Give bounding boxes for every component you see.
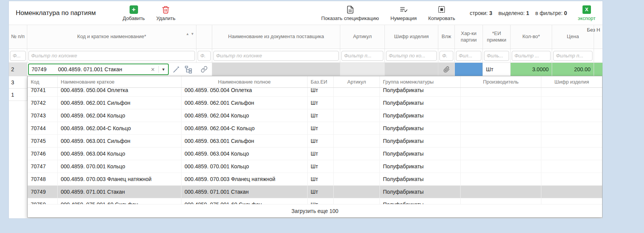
filter-input-supplier-name[interactable] <box>213 51 339 61</box>
wizard-wand-button[interactable] <box>172 65 181 74</box>
row-number-cell[interactable]: 3 <box>9 76 27 88</box>
dd-cell-article <box>334 148 380 160</box>
row-number-cell[interactable]: 2 <box>9 63 27 76</box>
dd-cell-code: 70741 <box>28 88 58 96</box>
filter-input-price[interactable] <box>553 51 592 61</box>
batch-chars-cell[interactable] <box>455 63 483 76</box>
sort-desc-icon[interactable]: ▼ <box>191 32 194 36</box>
dd-cell-full-name: 000.4859. 070.003 Фланец натяжной <box>181 173 308 185</box>
dd-header-base-ei: Баз.ЕИ <box>308 76 334 87</box>
column-header-article[interactable]: Артикул <box>340 25 385 49</box>
ei-cell[interactable]: Шт <box>483 63 511 76</box>
link-cell[interactable] <box>196 63 212 76</box>
row-number-cell[interactable]: 1 <box>9 89 27 101</box>
filter-input-batch-chars[interactable] <box>456 51 481 61</box>
article-cell[interactable] <box>340 63 385 76</box>
filter-input-num[interactable] <box>10 51 26 61</box>
dd-cell-manufacturer <box>461 88 541 96</box>
numbering-button[interactable]: Нумерация <box>391 5 417 21</box>
column-header-batch-chars[interactable]: Хар-ки партии <box>455 25 483 49</box>
dropdown-header-row: Код Наименование краткое Наименование по… <box>28 76 602 88</box>
column-header-ei[interactable]: *ЕИ приемки <box>483 25 511 49</box>
add-button[interactable]: + Добавить <box>123 5 145 21</box>
stat-in-filter-label: в фильтре: <box>535 10 562 16</box>
filter-input-ei[interactable] <box>484 51 509 61</box>
hierarchy-tree-button[interactable] <box>184 65 193 74</box>
sort-arrows[interactable]: ▲ ▼ <box>186 32 194 36</box>
dd-cell-article <box>334 173 380 185</box>
filter-input-qty[interactable] <box>512 51 551 61</box>
dd-cell-base-ei: Шт <box>308 160 334 173</box>
copy-button[interactable]: Копировать <box>428 5 455 21</box>
attachments-cell[interactable] <box>438 63 455 76</box>
dd-cell-manufacturer <box>461 160 541 173</box>
filter-input-product-code[interactable] <box>386 51 437 61</box>
dd-cell-article <box>334 97 380 109</box>
column-header-num[interactable]: № п/п <box>9 25 27 49</box>
stat-rows-label: строки: <box>470 10 488 16</box>
editor-name-value[interactable]: 000.4859. 071.001 Стакан <box>58 66 147 72</box>
document-icon <box>346 5 355 14</box>
delete-button[interactable]: Удалить <box>156 5 176 21</box>
dd-cell-group: Полуфабрикаты <box>380 122 461 134</box>
dd-header-code: Код <box>28 76 58 87</box>
column-header-qty[interactable]: Кол-во* <box>511 25 552 49</box>
dropdown-row[interactable]: 70747 000.4859. 070.001 Кольцо 000.4859.… <box>28 160 602 173</box>
column-header-code-name[interactable]: Код и краткое наименование* ▲ ▼ <box>27 25 196 49</box>
dropdown-row[interactable]: 70750 000.4859. 075.001-60 Сильфон 000.4… <box>28 198 602 204</box>
grid-header-row: Без Н № п/п Код и краткое наименование* … <box>9 25 602 49</box>
dd-cell-group: Полуфабрикаты <box>380 109 461 122</box>
dd-cell-manufacturer <box>461 97 541 109</box>
dd-cell-cipher <box>541 97 547 109</box>
dd-cell-base-ei: Шт <box>308 135 334 147</box>
column-header-f[interactable] <box>196 25 212 49</box>
filter-input-vlzh[interactable] <box>439 51 453 61</box>
filter-input-article[interactable] <box>341 51 383 61</box>
dd-cell-article <box>334 135 380 147</box>
dropdown-row[interactable]: 70744 000.4859. 062.004-С Кольцо 000.485… <box>28 122 602 135</box>
dd-cell-short-name: 000.4859. 050.004 Оплетка <box>58 88 181 96</box>
column-header-code-name-label: Код и краткое наименование* <box>77 34 146 40</box>
column-header-supplier-name[interactable]: Наименование из документа поставщика <box>212 25 340 49</box>
dd-cell-full-name: 000.4859. 050.004 Оплетка <box>181 88 308 96</box>
column-header-vlzh[interactable]: Влж <box>438 25 455 49</box>
dropdown-row[interactable]: 70746 000.4859. 063.004 Кольцо 000.4859.… <box>28 148 602 160</box>
copy-icon <box>437 5 446 14</box>
code-name-cell: 70749 000.4859. 071.001 Стакан ✕ ▾ <box>27 63 196 76</box>
dropdown-row[interactable]: 70749 000.4859. 071.001 Стакан 000.4859.… <box>28 186 602 198</box>
dd-cell-group: Полуфабрикаты <box>380 160 461 173</box>
dd-cell-short-name: 000.4859. 063.001 Сильфон <box>58 135 181 147</box>
chevron-down-icon[interactable]: ▾ <box>159 67 168 72</box>
dropdown-row[interactable]: 70741 000.4859. 050.004 Оплетка 000.4859… <box>28 88 602 97</box>
dd-cell-manufacturer <box>461 173 541 185</box>
dd-cell-manufacturer <box>461 198 541 204</box>
grid-stats: строки: 3 выделено: 1 в фильтре: 0 <box>470 10 567 16</box>
dropdown-row[interactable]: 70748 000.4859. 070.003 Фланец натяжной … <box>28 173 602 186</box>
dropdown-row[interactable]: 70742 000.4859. 062.001 Сильфон 000.4859… <box>28 97 602 109</box>
price-cell[interactable]: 200.00 <box>552 63 594 76</box>
dd-cell-full-name: 000.4859. 063.004 Кольцо <box>181 148 308 160</box>
product-code-cell[interactable] <box>385 63 438 76</box>
dropdown-row[interactable]: 70745 000.4859. 063.001 Сильфон 000.4859… <box>28 135 602 148</box>
filter-input-code-name[interactable] <box>28 51 195 61</box>
numbering-label: Нумерация <box>391 15 417 21</box>
supplier-name-cell[interactable] <box>212 63 340 76</box>
qty-cell[interactable]: 3.0000 <box>511 63 552 76</box>
dd-cell-base-ei: Шт <box>308 148 334 160</box>
column-header-product-code[interactable]: Шифр изделия <box>385 25 438 49</box>
clear-icon[interactable]: ✕ <box>147 67 158 72</box>
dd-cell-cipher <box>541 135 547 147</box>
export-excel-button[interactable]: X экспорт <box>578 5 596 21</box>
load-more-button[interactable]: Загрузить еще 100 <box>28 204 602 217</box>
tree-icon <box>184 65 193 74</box>
numbering-icon <box>399 5 408 14</box>
dd-cell-cipher <box>541 173 547 185</box>
filter-input-f[interactable] <box>198 51 211 61</box>
dd-cell-short-name: 000.4859. 062.001 Сильфон <box>58 97 181 109</box>
editor-code-value[interactable]: 70749 <box>29 66 58 72</box>
dropdown-row[interactable]: 70743 000.4859. 062.004 Кольцо 000.4859.… <box>28 109 602 122</box>
sort-asc-icon[interactable]: ▲ <box>186 32 189 36</box>
stat-in-filter-value: 0 <box>564 10 567 16</box>
code-name-editor[interactable]: 70749 000.4859. 071.001 Стакан ✕ ▾ <box>28 64 169 75</box>
show-specification-button[interactable]: Показать спецификацию <box>321 5 379 21</box>
